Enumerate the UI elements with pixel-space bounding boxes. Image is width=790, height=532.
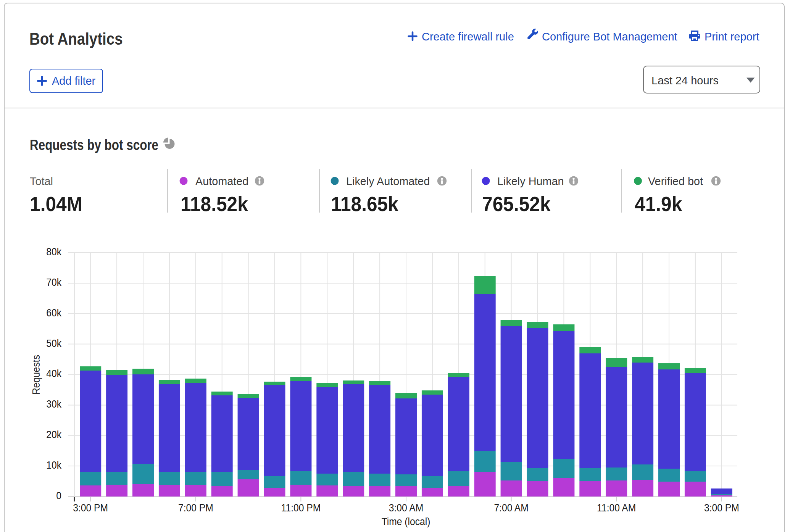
svg-text:50k: 50k [46,337,61,349]
svg-text:60k: 60k [46,306,61,319]
svg-text:Requests: Requests [30,355,42,395]
svg-text:3:00 AM: 3:00 AM [389,502,423,514]
svg-text:70k: 70k [46,276,61,288]
svg-text:20k: 20k [46,429,61,441]
svg-text:40k: 40k [46,368,61,380]
svg-text:11:00 AM: 11:00 AM [597,502,636,514]
svg-text:3:00 PM: 3:00 PM [704,502,739,514]
svg-text:7:00 PM: 7:00 PM [178,502,213,514]
svg-text:10k: 10k [46,459,61,471]
svg-text:7:00 AM: 7:00 AM [494,502,528,514]
svg-text:0: 0 [56,490,61,502]
svg-text:11:00 PM: 11:00 PM [281,502,321,514]
svg-text:80k: 80k [46,246,61,258]
svg-text:3:00 PM: 3:00 PM [73,502,108,514]
svg-text:Time (local): Time (local) [382,516,430,528]
svg-text:30k: 30k [46,398,61,410]
